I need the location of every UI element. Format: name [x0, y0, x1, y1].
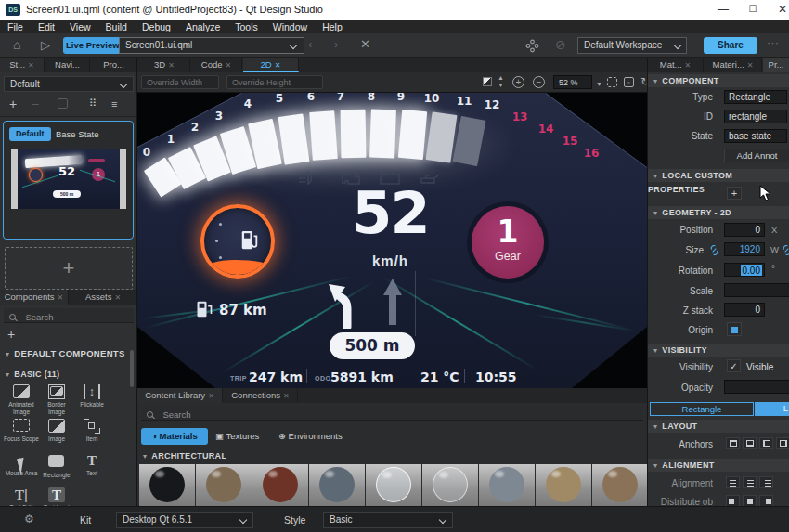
close-document-icon[interactable]: ✕ — [360, 37, 370, 51]
component-rectangle[interactable]: Rectangle — [39, 453, 74, 479]
close-icon[interactable]: ✕ — [168, 61, 175, 70]
material-tile[interactable] — [196, 464, 252, 506]
type-field[interactable]: Rectangle — [724, 90, 787, 104]
tab-3d[interactable]: 3D✕ — [139, 58, 190, 72]
add-property-button[interactable]: + — [727, 187, 742, 200]
close-icon[interactable]: ✕ — [283, 392, 290, 400]
menu-debug[interactable]: Debug — [135, 20, 178, 33]
caret-down-icon[interactable]: ▾ — [653, 172, 657, 180]
tab-2d[interactable]: 2D✕ — [243, 58, 299, 72]
state-default-badge[interactable]: Default — [9, 127, 51, 141]
section-basic[interactable]: BASIC (11) — [14, 370, 59, 379]
position-x-field[interactable]: 0 — [724, 223, 765, 237]
caret-down-icon[interactable]: ▾ — [653, 422, 657, 431]
z-stack-field[interactable]: 0 — [724, 303, 765, 317]
close-icon[interactable]: ✕ — [58, 293, 64, 302]
align-right-button[interactable] — [759, 476, 773, 488]
filter-materials[interactable]: ◑ Materials — [141, 428, 208, 445]
filter-textures[interactable]: ▣ Textures — [215, 428, 259, 445]
content-library-search[interactable] — [141, 406, 643, 421]
caret-down-icon[interactable]: ▾ — [6, 370, 9, 379]
subtab-layout[interactable]: L — [755, 402, 789, 416]
menu-build[interactable]: Build — [98, 20, 135, 33]
anchor-top-button[interactable] — [726, 437, 740, 449]
live-preview-button[interactable]: Live Preview — [63, 37, 123, 54]
origin-button[interactable] — [727, 322, 742, 336]
tab-navigator[interactable]: Navi... — [45, 58, 90, 72]
kit-combo[interactable]: Desktop Qt 6.5.1 — [116, 512, 253, 528]
material-tile[interactable] — [479, 464, 535, 506]
zoom-out-icon[interactable]: − — [533, 76, 545, 88]
link-icon[interactable] — [782, 245, 789, 255]
menu-analyze[interactable]: Analyze — [178, 20, 227, 33]
component-item[interactable]: Item — [74, 419, 110, 443]
tab-assets[interactable]: Assets✕ — [70, 290, 137, 305]
tab-components[interactable]: Components✕ — [0, 290, 69, 305]
close-icon[interactable]: ✕ — [275, 61, 281, 70]
file-selector-combo[interactable]: Screen01.ui.qml — [119, 37, 304, 54]
component-text-edit[interactable]: T|Text Edit — [4, 487, 39, 506]
tab-material-editor[interactable]: Materi...✕ — [705, 58, 762, 72]
state-field[interactable]: base state — [724, 129, 787, 143]
component-mouse-area[interactable]: Mouse Area — [4, 453, 39, 477]
id-field[interactable]: rectangle — [724, 110, 787, 123]
share-button[interactable]: Share — [704, 37, 757, 54]
anchor-right-button[interactable] — [776, 437, 789, 449]
tab-properties[interactable]: Pr... — [763, 58, 789, 72]
tab-code[interactable]: Code✕ — [191, 58, 242, 72]
background-color-icon[interactable] — [483, 77, 492, 86]
forward-icon[interactable]: › — [334, 37, 338, 51]
menu-view[interactable]: View — [62, 20, 98, 33]
state-card-default[interactable]: Default Base State 52 1 500 m — [3, 121, 134, 240]
tab-projects[interactable]: Pro... — [91, 58, 137, 72]
close-icon[interactable]: ✕ — [747, 61, 754, 70]
minimize-button[interactable]: — — [709, 0, 737, 20]
component-border-image[interactable]: Border Image — [39, 384, 74, 415]
more-options-icon[interactable]: ··· — [767, 35, 779, 49]
annotation-icon[interactable]: ⊘ — [555, 37, 566, 52]
components-search-input[interactable] — [25, 312, 127, 322]
zoom-level-value[interactable]: 52 % — [553, 75, 592, 89]
grid-view-icon[interactable]: ⠿ — [89, 98, 99, 109]
style-combo[interactable]: Basic — [323, 512, 453, 528]
override-height-input[interactable] — [226, 75, 323, 89]
caret-down-icon[interactable]: ▾ — [653, 461, 657, 470]
size-w-field[interactable]: 1920 — [724, 242, 765, 256]
menu-window[interactable]: Window — [265, 20, 315, 33]
align-left-button[interactable] — [726, 476, 740, 488]
home-icon[interactable]: ⌂ — [13, 37, 20, 52]
menu-edit[interactable]: Edit — [31, 20, 62, 33]
menu-tools[interactable]: Tools — [227, 20, 265, 33]
back-icon[interactable]: ‹ — [308, 37, 312, 51]
edit-state-icon[interactable] — [58, 98, 68, 109]
material-tile[interactable] — [309, 464, 365, 506]
scale-field[interactable] — [724, 283, 789, 297]
zoom-in-icon[interactable]: + — [512, 76, 524, 88]
override-width-input[interactable] — [141, 75, 219, 89]
caret-down-icon[interactable]: ▾ — [6, 350, 9, 358]
tab-connections[interactable]: Connections✕ — [224, 388, 298, 403]
tab-material-browser[interactable]: Mat...✕ — [648, 58, 704, 72]
material-tile[interactable] — [252, 464, 308, 506]
gear-icon[interactable]: ⚙ — [24, 513, 34, 526]
section-architectural[interactable]: ARCHITECTURAL — [151, 451, 226, 461]
caret-down-icon[interactable]: ▾ — [653, 209, 657, 217]
section-default-components[interactable]: DEFAULT COMPONENTS — [14, 348, 124, 358]
component-image[interactable]: Image — [39, 419, 74, 443]
anchor-bottom-button[interactable] — [743, 437, 757, 449]
close-icon[interactable]: ✕ — [28, 61, 34, 70]
add-state-icon[interactable]: + — [9, 97, 17, 111]
component-text[interactable]: TText — [74, 453, 110, 477]
fit-selection-icon[interactable] — [607, 77, 617, 87]
close-button[interactable]: ✕ — [769, 0, 789, 20]
run-icon[interactable]: ▷ — [41, 38, 50, 52]
components-search[interactable] — [4, 308, 134, 323]
caret-down-icon[interactable]: ▾ — [653, 77, 657, 85]
close-icon[interactable]: ✕ — [685, 61, 692, 70]
design-canvas[interactable]: 0 1 2 3 4 5 6 7 8 9 10 11 12 13 14 15 16 — [137, 93, 647, 388]
menu-help[interactable]: Help — [315, 20, 350, 33]
subtab-rectangle[interactable]: Rectangle — [650, 402, 754, 416]
tab-states[interactable]: St...✕ — [0, 58, 45, 72]
material-tile[interactable] — [422, 464, 478, 506]
material-tile[interactable] — [139, 464, 195, 506]
